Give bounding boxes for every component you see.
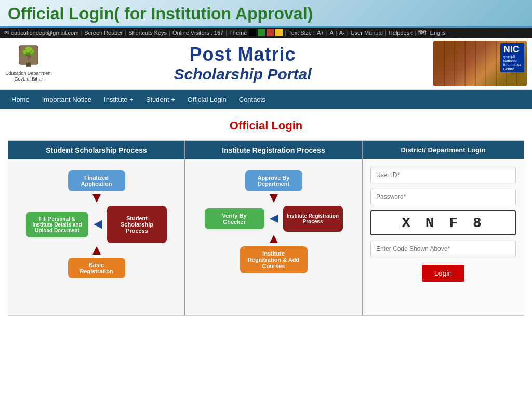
nic-badge: NIC एनआईसीNationalInformaticsCentre [500, 43, 524, 72]
flow1-box1: Finalized Application [68, 170, 125, 191]
text-size-a[interactable]: A [330, 30, 334, 36]
arrow-down-icon2 [270, 194, 278, 203]
svg-text:🌳: 🌳 [21, 47, 37, 61]
english-link[interactable]: Englis [430, 30, 446, 36]
col1-header: Student Scholarship Process [8, 141, 184, 159]
hindi-link[interactable]: हिंदी [418, 30, 426, 36]
flow2-area: Approve By Department Verify By Checker … [185, 159, 362, 315]
theme-black[interactable] [249, 29, 256, 36]
nav-home[interactable]: Home [5, 91, 36, 108]
theme-selector [249, 29, 283, 36]
flow2-box4: Institute Registration & Add Courses [240, 246, 308, 273]
nav-official-login[interactable]: Official Login [181, 91, 233, 108]
text-size-a-plus[interactable]: A+ [317, 30, 324, 36]
text-size-label: Text Size : [288, 30, 315, 36]
nav-contacts[interactable]: Contacts [233, 91, 272, 108]
arrow-up-icon2 [270, 235, 278, 243]
nav-institute[interactable]: Institute + [98, 91, 140, 108]
flow1-row2: Fill Personal & Institute Details and Up… [14, 206, 179, 243]
user-manual-link[interactable]: User Manual [351, 30, 383, 36]
theme-yellow[interactable] [275, 29, 283, 36]
col-institute: Institute Registration Process Approve B… [185, 141, 363, 315]
email-link[interactable]: eudcationdept@gmail.com [11, 30, 78, 36]
login-form: X N F 8 Login [370, 167, 516, 282]
nav-important-notice[interactable]: Important Notice [36, 91, 98, 108]
user-id-input[interactable] [370, 167, 516, 183]
arrow-down-icon [92, 194, 101, 203]
flow2-box2: Verify By Checker [205, 208, 264, 229]
login-button[interactable]: Login [422, 265, 464, 282]
page-heading: Official Login( for Institution Approval… [8, 4, 524, 23]
official-login-title: Official Login [8, 119, 524, 132]
header: 🌳 Education Department Govt. of Bihar Po… [0, 38, 532, 90]
library-image: NIC एनआईसीNationalInformaticsCentre [433, 41, 527, 86]
captcha-input[interactable] [370, 241, 516, 257]
text-size-a-minus[interactable]: A- [339, 30, 345, 36]
captcha-display: X N F 8 [370, 210, 516, 235]
flow2-arrow1 [191, 194, 356, 203]
flow2-row1: Approve By Department [191, 170, 356, 191]
header-center: Post Matric Scholarship Portal [52, 44, 433, 83]
col2-header: Institute Registration Process [185, 141, 362, 159]
main-content: Official Login Student Scholarship Proce… [0, 109, 532, 326]
arrow-up-icon [92, 246, 101, 255]
visitors-count: Online Visitors : 167 [172, 30, 223, 36]
flow2-box3: Institute Registration Process [283, 206, 343, 232]
portal-title2: Scholarship Portal [62, 65, 423, 83]
portal-title1: Post Matric [62, 44, 423, 65]
flow2-arrow2 [191, 235, 356, 243]
flow2-row2: Verify By Checker Institute Registration… [191, 206, 356, 232]
tree-emblem-icon: 🌳 [16, 45, 42, 71]
password-input[interactable] [370, 189, 516, 205]
flow2-box1: Approve By Department [245, 170, 302, 191]
svg-rect-2 [26, 63, 31, 66]
flow1-arrow1 [14, 194, 179, 203]
theme-label: Theme [229, 30, 247, 36]
flow1-box4: Basic Registration [68, 258, 125, 278]
arrow-left-icon2 [270, 215, 278, 223]
theme-pink[interactable] [267, 29, 274, 36]
utility-bar: ✉ eudcationdept@gmail.com | Screen Reade… [0, 28, 532, 38]
flow1-area: Finalized Application Fill Personal & In… [8, 159, 184, 315]
col3-header: District/ Department Login [363, 141, 524, 159]
col-student: Student Scholarship Process Finalized Ap… [8, 141, 185, 315]
screen-reader-link[interactable]: Screen Reader [84, 30, 123, 36]
flow2-row3: Institute Registration & Add Courses [191, 246, 356, 273]
login-columns: Student Scholarship Process Finalized Ap… [8, 140, 524, 316]
helpdesk-link[interactable]: Helpdesk [389, 30, 413, 36]
email-icon: ✉ [4, 30, 9, 36]
flow1-row1: Finalized Application [14, 170, 179, 191]
arrow-left-icon [94, 220, 102, 229]
col-login: District/ Department Login X N F 8 Login [363, 141, 524, 315]
logo-text: Education Department Govt. of Bihar [5, 71, 52, 82]
title-bar: Official Login( for Institution Approval… [0, 0, 532, 28]
header-logo: 🌳 Education Department Govt. of Bihar [5, 45, 52, 82]
flow1-box2: Fill Personal & Institute Details and Up… [26, 212, 88, 237]
login-area: X N F 8 Login [363, 159, 524, 315]
flow1-box3: Student Scholarship Process [107, 206, 167, 243]
theme-green[interactable] [258, 29, 265, 36]
nav-bar: Home Important Notice Institute + Studen… [0, 90, 532, 109]
nav-student[interactable]: Student + [140, 91, 181, 108]
shortcuts-link[interactable]: Shortcuts Keys [128, 30, 167, 36]
flow1-row3: Basic Registration [14, 258, 179, 278]
flow1-arrow2 [14, 246, 179, 255]
